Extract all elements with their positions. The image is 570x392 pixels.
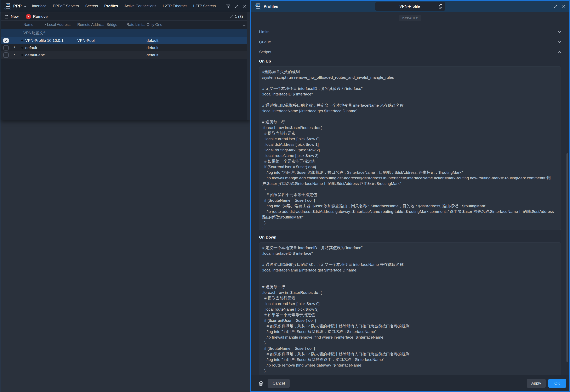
section-queue-label: Queue — [259, 40, 271, 44]
remove-x-icon: ✕ — [26, 14, 31, 19]
menu-item-profiles[interactable]: Profiles — [104, 4, 118, 8]
close-icon[interactable] — [243, 4, 247, 8]
on-down-label: On Down — [259, 235, 561, 239]
remove-button[interactable]: ✕ Remove — [26, 14, 48, 19]
menu-item-interface[interactable]: Interface — [32, 4, 46, 8]
row-only-one: default — [146, 38, 169, 43]
dialog-footer: Cancel Apply OK — [251, 375, 569, 391]
cancel-button[interactable]: Cancel — [268, 379, 290, 388]
new-document-icon — [4, 14, 9, 19]
selection-count: 1 (3) — [235, 14, 243, 19]
profile-name-value: VPN-Profile — [375, 4, 436, 9]
apply-button[interactable]: Apply — [527, 379, 546, 388]
check-icon — [230, 15, 233, 18]
menu-item-secrets[interactable]: Secrets — [85, 4, 98, 8]
group-label: VPN配置文件 — [1, 30, 47, 36]
column-header-bridge[interactable]: Bridge — [106, 23, 126, 27]
status-bullet — [21, 47, 23, 49]
row-only-one: default — [146, 45, 169, 50]
app-name: PPP — [13, 4, 22, 9]
new-button[interactable]: New — [4, 14, 19, 19]
section-scripts-label: Scripts — [259, 50, 271, 54]
remove-button-label: Remove — [33, 14, 48, 19]
network-monitor-icon — [4, 3, 11, 10]
status-bullet — [21, 54, 23, 56]
chevron-down-icon[interactable] — [24, 5, 27, 7]
table-scrollbar-track[interactable] — [247, 13, 250, 120]
column-header-local-address[interactable]: Local Address — [47, 23, 77, 27]
scrollbar-thumb[interactable] — [567, 153, 568, 362]
row-name: default — [25, 45, 37, 50]
detach-window-icon[interactable] — [553, 4, 557, 9]
ppp-app-title[interactable]: PPP — [4, 3, 27, 10]
section-scripts[interactable]: Scripts — [259, 50, 561, 54]
new-button-label: New — [11, 14, 19, 19]
profile-dialog: Profiles VPN-Profile DEFAULT — [250, 0, 570, 392]
default-flag: * — [11, 53, 18, 57]
row-name: default-enc... — [25, 53, 47, 57]
row-remote-address: VPN-Pool — [77, 38, 106, 43]
on-down-script-input[interactable]: # 定义一个本地变量 interfaceID，并将其值设为"interface"… — [259, 242, 561, 375]
detach-window-icon[interactable] — [234, 4, 239, 8]
table-toolbar: New ✕ Remove 1 (3) — [1, 13, 250, 21]
table-row[interactable]: * default-enc... default — [1, 51, 250, 59]
on-up-label: On Up — [259, 59, 561, 64]
chevron-down-icon — [558, 31, 561, 33]
row-only-one: default — [146, 53, 169, 57]
table-row[interactable]: VPN-Profile 10.10.0.1 VPN-Pool default — [1, 37, 250, 44]
section-divider — [274, 42, 555, 42]
filter-icon[interactable] — [226, 4, 230, 8]
row-checkbox-unchecked[interactable] — [3, 52, 9, 58]
section-limits-label: Limits — [259, 30, 269, 34]
default-flag: * — [11, 45, 18, 50]
sort-ascending-icon — [44, 24, 47, 26]
menu-item-l2tp-ethernet[interactable]: L2TP Ethernet — [163, 4, 187, 8]
on-up-script-input[interactable]: #删除异常失效的规则 /system script run remove_hw_… — [259, 66, 561, 230]
row-checkbox-unchecked[interactable] — [3, 45, 9, 51]
column-header-rate-limit[interactable]: Rate Limi... — [126, 23, 146, 27]
column-header-name[interactable]: Name — [18, 23, 47, 27]
default-badge: DEFAULT — [399, 15, 421, 21]
row-local-address: 10.10.0.1 — [47, 38, 77, 43]
section-divider — [272, 32, 555, 32]
close-icon[interactable] — [562, 5, 566, 8]
delete-icon[interactable] — [256, 379, 265, 388]
dialog-title: Profiles — [264, 4, 278, 9]
profiles-table-panel: New ✕ Remove 1 (3) Name — [1, 13, 250, 120]
network-monitor-icon — [255, 3, 261, 10]
status-bullet — [21, 40, 23, 42]
row-checkbox-checked[interactable] — [3, 38, 9, 43]
dialog-body: DEFAULT Limits Queue Scripts — [251, 12, 569, 375]
dialog-titlebar: Profiles VPN-Profile — [251, 1, 569, 12]
column-header-remote-address[interactable]: Remote Addre... — [77, 23, 106, 27]
row-name: VPN-Profile — [25, 38, 46, 43]
column-header-only-one[interactable]: Only One — [146, 23, 169, 27]
selection-counter: 1 (3) — [230, 14, 247, 19]
screen: PPP Interface PPPoE Servers Secrets Prof… — [0, 0, 570, 392]
ppp-menubar: PPP Interface PPPoE Servers Secrets Prof… — [0, 0, 250, 12]
profile-name-field[interactable]: VPN-Profile — [375, 2, 445, 11]
menu-item-l2tp-secrets[interactable]: L2TP Secrets — [193, 4, 216, 8]
chevron-up-icon — [558, 51, 561, 53]
menu-item-pppoe-servers[interactable]: PPPoE Servers — [53, 4, 79, 8]
table-group-row[interactable]: VPN配置文件 — [1, 29, 250, 37]
menu-items: Interface PPPoE Servers Secrets Profiles… — [32, 4, 226, 8]
section-limits[interactable]: Limits — [259, 30, 561, 34]
chevron-down-icon — [558, 41, 561, 43]
table-row[interactable]: * default default — [1, 44, 250, 51]
section-queue[interactable]: Queue — [259, 40, 561, 44]
ok-button[interactable]: OK — [548, 379, 566, 388]
ppp-window: PPP Interface PPPoE Servers Secrets Prof… — [0, 0, 250, 392]
copy-icon[interactable] — [436, 2, 445, 11]
menu-item-active-connections[interactable]: Active Connections — [124, 4, 156, 8]
table-header: Name Local Address Remote Addre... Bridg… — [1, 21, 250, 29]
